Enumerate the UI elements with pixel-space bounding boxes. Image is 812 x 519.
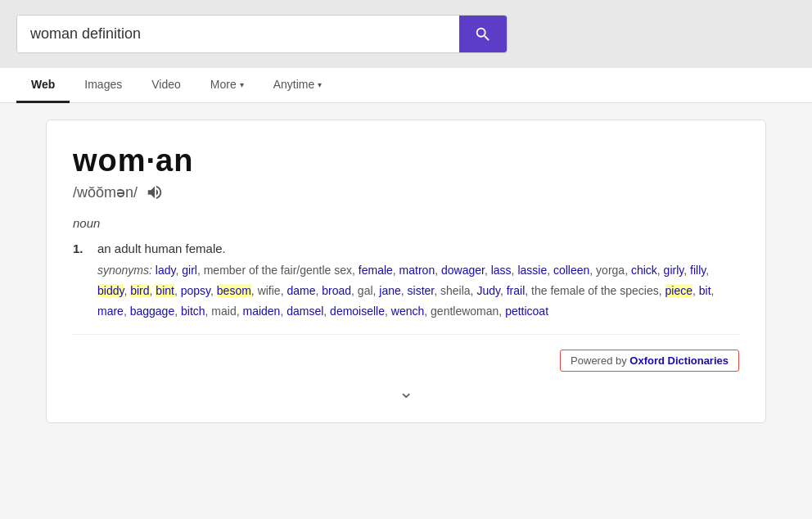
syn-bit[interactable]: bit	[699, 284, 711, 297]
dictionary-card: wom·an /wŏŏmən/ noun 1. an adult human f…	[46, 120, 766, 423]
synonyms-row: synonyms: lady, girl, member of the fair…	[97, 260, 739, 323]
syn-girl[interactable]: girl	[182, 264, 197, 277]
syn-colleen[interactable]: colleen	[553, 264, 589, 277]
speaker-button[interactable]	[146, 183, 164, 201]
oxford-powered-row: Powered by Oxford Dictionaries	[73, 350, 739, 372]
tab-anytime[interactable]: Anytime ▾	[259, 68, 337, 103]
syn-piece[interactable]: piece	[665, 284, 692, 297]
definition-number: 1.	[73, 241, 88, 323]
syn-mare[interactable]: mare	[97, 305, 124, 318]
syn-popsy[interactable]: popsy	[181, 284, 210, 297]
syn-female[interactable]: female	[359, 264, 393, 277]
more-chevron-icon: ▾	[240, 80, 244, 89]
definition-item: 1. an adult human female. synonyms: lady…	[73, 241, 739, 323]
tab-more[interactable]: More ▾	[196, 68, 259, 103]
syn-bird[interactable]: bird	[130, 284, 149, 297]
pronunciation-text: /wŏŏmən/	[73, 183, 138, 201]
word-title: wom·an	[73, 143, 739, 178]
main-content: wom·an /wŏŏmən/ noun 1. an adult human f…	[0, 103, 812, 440]
syn-girly[interactable]: girly	[664, 264, 684, 277]
definition-section: 1. an adult human female. synonyms: lady…	[73, 241, 739, 323]
search-icon	[474, 25, 492, 43]
syn-matron[interactable]: matron	[399, 264, 435, 277]
syn-petticoat[interactable]: petticoat	[505, 305, 548, 318]
syn-sister[interactable]: sister	[408, 284, 435, 297]
tab-images[interactable]: Images	[70, 68, 137, 103]
expand-chevron-icon: ⌄	[399, 381, 413, 403]
pronunciation-row: /wŏŏmən/	[73, 183, 739, 201]
syn-baggage[interactable]: baggage	[130, 305, 175, 318]
syn-demoiselle[interactable]: demoiselle	[330, 305, 385, 318]
tab-video[interactable]: Video	[137, 68, 196, 103]
definition-text: an adult human female.	[97, 241, 739, 255]
search-bar-area: woman definition	[0, 0, 812, 68]
definition-content: an adult human female. synonyms: lady, g…	[97, 241, 739, 323]
oxford-text: Powered by	[571, 354, 629, 367]
syn-bint[interactable]: bint	[156, 284, 174, 297]
syn-dowager[interactable]: dowager	[441, 264, 485, 277]
syn-besom[interactable]: besom	[217, 284, 251, 297]
syn-chick[interactable]: chick	[631, 264, 657, 277]
expand-row[interactable]: ⌄	[73, 372, 739, 406]
syn-frail[interactable]: frail	[507, 284, 526, 297]
syn-jane[interactable]: jane	[379, 284, 400, 297]
synonyms-label: synonyms:	[97, 264, 152, 277]
oxford-badge: Powered by Oxford Dictionaries	[560, 350, 739, 372]
card-separator	[73, 334, 739, 335]
search-button[interactable]	[459, 16, 507, 52]
speaker-icon	[146, 183, 164, 201]
tab-web[interactable]: Web	[16, 68, 70, 103]
search-input[interactable]: woman definition	[17, 16, 459, 52]
synonyms-list: lady, girl, member of the fair/gentle se…	[97, 264, 714, 318]
syn-lady[interactable]: lady	[156, 264, 176, 277]
anytime-chevron-icon: ▾	[318, 80, 322, 89]
nav-tabs: Web Images Video More ▾ Anytime ▾	[0, 68, 812, 103]
syn-biddy[interactable]: biddy	[97, 284, 124, 297]
syn-wench[interactable]: wench	[391, 305, 424, 318]
syn-maiden[interactable]: maiden	[242, 305, 280, 318]
syn-broad[interactable]: broad	[322, 284, 351, 297]
oxford-link[interactable]: Oxford Dictionaries	[629, 354, 729, 367]
syn-lassie[interactable]: lassie	[517, 264, 547, 277]
syn-judy[interactable]: Judy	[476, 284, 500, 297]
syn-damsel[interactable]: damsel	[286, 305, 323, 318]
syn-lass[interactable]: lass	[491, 264, 512, 277]
syn-filly[interactable]: filly	[690, 264, 706, 277]
syn-dame[interactable]: dame	[286, 284, 315, 297]
syn-bitch[interactable]: bitch	[181, 305, 205, 318]
word-class: noun	[73, 216, 739, 230]
search-input-wrap: woman definition	[16, 15, 508, 53]
